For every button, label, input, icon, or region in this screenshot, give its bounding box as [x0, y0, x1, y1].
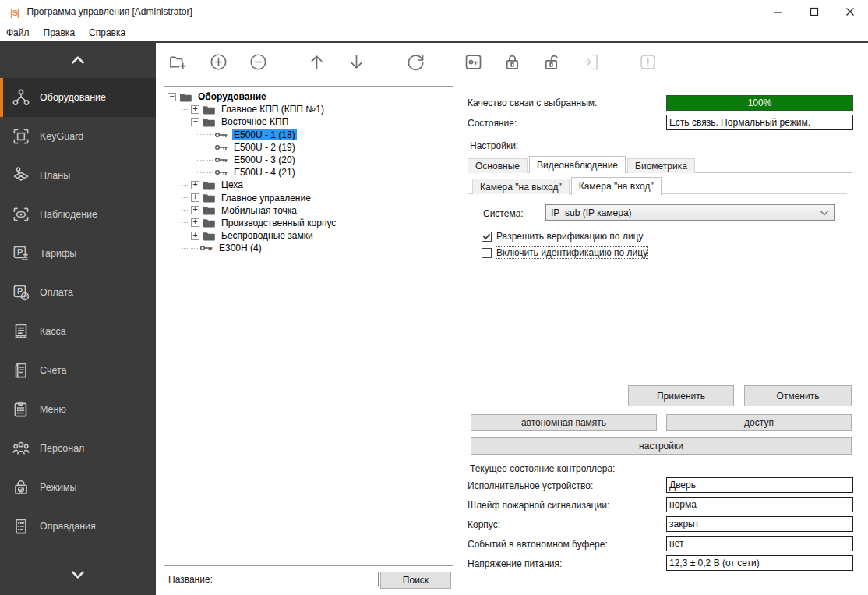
tab-settings-0[interactable]: Основные — [468, 158, 528, 173]
tab-settings-2[interactable]: Биометрика — [627, 158, 695, 173]
access-button[interactable]: доступ — [666, 414, 852, 431]
sidebar-scroll-up[interactable] — [0, 41, 156, 78]
tree-connector — [191, 248, 198, 249]
tree-row[interactable]: +Цеха — [164, 179, 453, 191]
tree-connector — [182, 222, 189, 223]
tree-row[interactable]: −Оборудование — [164, 90, 453, 103]
minimize-button[interactable] — [760, 0, 796, 23]
tree-row[interactable]: E300H (4) — [164, 242, 453, 254]
search-button[interactable]: Поиск — [380, 572, 451, 589]
menu-item[interactable]: Справка — [82, 26, 132, 40]
autonomous-memory-button[interactable]: автономная память — [471, 414, 657, 431]
tree-node-label[interactable]: Главное управление — [220, 193, 312, 204]
tree-row[interactable]: E500U - 2 (19) — [164, 141, 453, 154]
tree-connector — [182, 248, 189, 249]
tree-node-label[interactable]: Производственный корпус — [220, 218, 337, 228]
controller-field-value-box: Дверь — [666, 477, 853, 493]
titlebar: |s| Программа управления [Administrator] — [0, 0, 868, 23]
toolbar-circle-minus-button[interactable] — [246, 50, 270, 73]
tree-node-label[interactable]: Главное КПП (КПП №1) — [220, 104, 326, 115]
toolbar-key-card-button[interactable] — [461, 50, 485, 73]
sidebar-item-keyguard[interactable]: KeyGuard — [0, 117, 156, 156]
tab-camera-1[interactable]: Камера "на вход" — [571, 177, 662, 195]
tree-row[interactable]: −Восточное КПП — [164, 115, 453, 128]
tree-row[interactable]: E500U - 3 (20) — [164, 154, 453, 166]
tree-node-label[interactable]: Цеха — [220, 179, 245, 190]
tree-node-label[interactable]: E500U - 4 (21) — [232, 167, 297, 178]
settings-button[interactable]: настройки — [471, 437, 852, 455]
tree-row[interactable]: +Производственный корпус — [164, 217, 453, 229]
sidebar-scroll-down[interactable] — [0, 554, 156, 595]
folder-icon — [179, 91, 192, 103]
sidebar-item-modes[interactable]: Режимы — [0, 468, 156, 507]
checkbox-label[interactable]: Разрешить верификацию по лицу — [496, 231, 643, 242]
sidebar-item-menu[interactable]: Меню — [0, 390, 156, 429]
tree-node-label[interactable]: Мобильная точка — [220, 205, 298, 216]
sidebar-item-excuses[interactable]: Оправдания — [0, 507, 156, 546]
toolbar-refresh-button[interactable] — [404, 50, 427, 73]
tree-node-label[interactable]: Беспроводные замки — [220, 230, 315, 241]
folder — [179, 91, 192, 103]
tree-node-label[interactable]: E500U - 3 (20) — [232, 154, 297, 165]
key — [214, 168, 228, 176]
tree-row[interactable]: E500U - 4 (21) — [164, 166, 453, 179]
collapse-box-icon[interactable]: − — [191, 118, 199, 126]
checkbox-checked-icon[interactable] — [482, 232, 492, 242]
lock-open-icon — [541, 51, 562, 73]
expand-box-icon[interactable]: + — [191, 218, 199, 227]
tree-node-label[interactable]: E500U - 1 (18) — [232, 129, 297, 140]
expand-box-icon[interactable]: + — [191, 232, 199, 240]
tree-connector — [197, 134, 204, 135]
apply-button[interactable]: Применить — [628, 385, 734, 406]
excuses-icon — [11, 516, 31, 537]
sidebar: ОборудованиеKeyGuardПланыНаблюдениеPТари… — [0, 41, 156, 595]
sidebar-item-equipment[interactable]: Оборудование — [0, 78, 156, 117]
expand-box-icon[interactable]: + — [191, 181, 199, 189]
sidebar-item-plans[interactable]: Планы — [0, 156, 156, 195]
toolbar-add-folder-button[interactable] — [166, 50, 189, 73]
expand-box-icon[interactable]: + — [191, 105, 199, 114]
tree-node-label[interactable]: E300H (4) — [217, 243, 263, 253]
tree-row[interactable]: E500U - 1 (18) — [164, 129, 453, 141]
menu-item[interactable]: Правка — [37, 26, 83, 40]
tree-row[interactable]: +Главное КПП (КПП №1) — [164, 103, 453, 115]
tree-node-label[interactable]: E500U - 2 (19) — [232, 142, 297, 153]
tree-connector — [182, 185, 189, 186]
system-select[interactable]: IP_sub (IP камера) — [545, 204, 835, 221]
tree-node-label[interactable]: Оборудование — [196, 91, 268, 102]
tab-settings-1[interactable]: Видеонаблюдение — [529, 156, 626, 173]
toolbar-lock-closed-button[interactable] — [500, 50, 524, 73]
toolbar-lock-open-button[interactable] — [539, 50, 563, 73]
sidebar-item-accounts[interactable]: Счета — [0, 351, 156, 390]
controller-state-title: Текущее состояние контроллера: — [470, 463, 615, 474]
collapse-box-icon[interactable]: − — [168, 93, 176, 101]
cancel-button[interactable]: Отменить — [744, 385, 852, 406]
maximize-button[interactable] — [796, 0, 832, 23]
tree-row[interactable]: +Беспроводные замки — [164, 229, 453, 242]
checkbox-row[interactable]: Включить идентификацию по лицу — [482, 247, 647, 258]
toolbar-arrow-down-button[interactable] — [344, 50, 368, 73]
tab-camera-0[interactable]: Камера "на выход" — [472, 179, 570, 194]
sidebar-item-tariffs[interactable]: PТарифы — [0, 234, 156, 273]
sidebar-item-label: Тарифы — [40, 248, 76, 259]
chevron-down-icon — [68, 565, 88, 585]
menu-item[interactable]: Файл — [0, 26, 37, 40]
sidebar-item-personnel[interactable]: Персонал — [0, 429, 156, 468]
sidebar-item-monitoring[interactable]: Наблюдение — [0, 195, 156, 234]
search-input[interactable] — [242, 572, 379, 586]
sidebar-item-payment[interactable]: PPОплата — [0, 273, 156, 312]
checkbox-row[interactable]: Разрешить верификацию по лицу — [482, 231, 643, 242]
lock-closed-icon — [502, 51, 523, 73]
close-button[interactable] — [832, 0, 868, 23]
tree-row[interactable]: +Мобильная точка — [164, 204, 453, 217]
checkbox-unchecked-icon[interactable] — [482, 248, 492, 258]
tree-row[interactable]: +Главное управление — [164, 192, 453, 204]
expand-box-icon[interactable]: + — [191, 206, 199, 214]
tree-connector — [197, 160, 204, 161]
expand-box-icon[interactable]: + — [191, 193, 199, 202]
toolbar-circle-plus-button[interactable] — [206, 50, 230, 73]
checkbox-label[interactable]: Включить идентификацию по лицу — [496, 247, 647, 258]
tree-node-label[interactable]: Восточное КПП — [220, 116, 290, 127]
sidebar-item-cashier[interactable]: Касса — [0, 312, 156, 351]
toolbar-arrow-up-button[interactable] — [305, 50, 328, 73]
